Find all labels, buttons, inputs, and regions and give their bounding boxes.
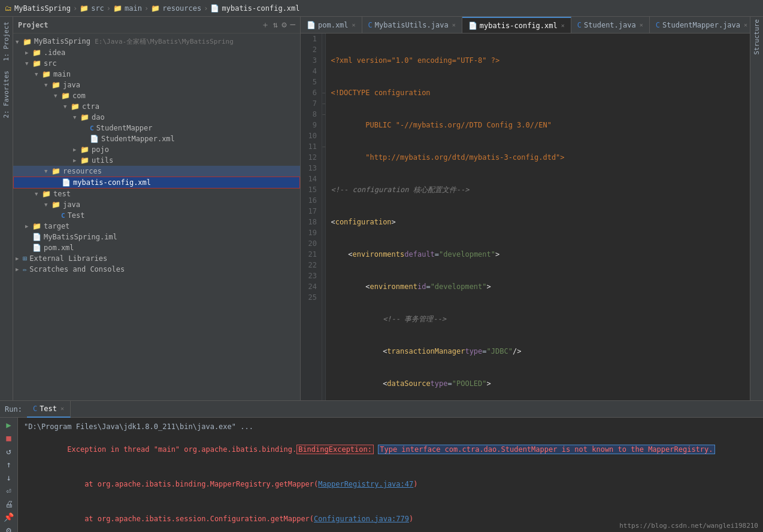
stack-link-1[interactable]: MapperRegistry.java:47 <box>318 480 413 488</box>
tree-arrow-scratches[interactable]: ▶ <box>16 266 23 272</box>
bottom-panel: Run: C Test ✕ ▶ ■ ↺ ↑ ↓ ⏎ 🖨 📌 ⚙ 🗑 <box>0 400 763 532</box>
tree-arrow-pojo[interactable]: ▶ <box>73 147 80 153</box>
file-tree: ▼ 📁 MyBatisSpring E:\Java-全家桶\MyBatis\My… <box>13 34 300 400</box>
gear-icon[interactable]: ⚙ <box>281 20 286 31</box>
tree-item-test-class[interactable]: C Test <box>13 210 300 221</box>
tree-label-idea: .idea <box>44 48 65 57</box>
settings-button[interactable]: ⚙ <box>2 525 16 532</box>
tree-item-idea[interactable]: ▶ 📁 .idea <box>13 47 300 58</box>
side-tab-project[interactable]: 1: Project <box>1 17 12 66</box>
soft-wrap-button[interactable]: ⏎ <box>2 486 16 495</box>
tab-label-utils: MybatisUtils.java <box>375 21 449 29</box>
folder-icon-resources: 📁 <box>52 167 60 175</box>
add-icon[interactable]: ＋ <box>261 20 270 31</box>
tab-student[interactable]: C Student.java ✕ <box>571 17 650 34</box>
tree-item-java[interactable]: ▼ 📁 java <box>13 80 300 90</box>
stop-button[interactable]: ■ <box>2 433 16 443</box>
tree-item-pojo[interactable]: ▶ 📁 pojo <box>13 144 300 155</box>
breadcrumb-part-3[interactable]: main <box>125 4 142 13</box>
test-icon: C <box>33 405 37 413</box>
tree-arrow-target[interactable]: ▶ <box>25 223 32 229</box>
tree-item-ctra[interactable]: ▼ 📁 ctra <box>13 101 300 112</box>
tree-item-dao[interactable]: ▼ 📁 dao <box>13 112 300 123</box>
tree-arrow-java[interactable]: ▼ <box>44 82 52 88</box>
code-editor[interactable]: 1 2 3 4 5 6 7 8 9 10 11 12 13 14 15 16 1 <box>301 34 750 400</box>
rerun-button[interactable]: ↺ <box>2 446 16 456</box>
run-button[interactable]: ▶ <box>2 420 16 430</box>
tree-item-test-java[interactable]: ▼ 📁 java <box>13 199 300 210</box>
tree-item-target[interactable]: ▶ 📁 target <box>13 221 300 232</box>
tree-item-root[interactable]: ▼ 📁 MyBatisSpring E:\Java-全家桶\MyBatis\My… <box>13 36 300 47</box>
tree-arrow-ext[interactable]: ▶ <box>16 256 23 262</box>
tree-item-external-libs[interactable]: ▶ ⊞ External Libraries <box>13 253 300 264</box>
tree-item-test[interactable]: ▼ 📁 test <box>13 189 300 199</box>
sync-icon[interactable]: ⇅ <box>273 20 278 31</box>
line-num-5: 5 <box>303 77 317 87</box>
tree-item-mybatis-config[interactable]: 📄 mybatis-config.xml <box>13 177 300 189</box>
tree-arrow-main[interactable]: ▼ <box>35 71 42 77</box>
tree-label-studentmapper-xml: StudentMapper.xml <box>101 135 175 143</box>
tree-item-iml[interactable]: 📄 MyBatisSpring.iml <box>13 232 300 242</box>
fold-11[interactable]: − <box>322 141 325 152</box>
print-button[interactable]: 🖨 <box>2 499 16 509</box>
scroll-up-button[interactable]: ↑ <box>2 460 16 469</box>
fold-8[interactable]: − <box>322 109 325 120</box>
line-num-16: 16 <box>303 195 317 206</box>
tab-studentmapper[interactable]: C StudentMapper.java ✕ <box>650 17 750 34</box>
tree-item-scratches[interactable]: ▶ ✏ Scratches and Consoles <box>13 264 300 275</box>
side-tab-favorites[interactable]: 2: Favorites <box>1 66 12 123</box>
folder-icon-com: 📁 <box>61 92 70 100</box>
binding-exception-highlight: BindingException: <box>296 445 374 454</box>
fold-6[interactable]: − <box>322 87 325 98</box>
tab-mybatis-config[interactable]: 📄 mybatis-config.xml ✕ <box>462 17 571 34</box>
tree-item-src[interactable]: ▼ 📁 src <box>13 58 300 69</box>
stack-link-2[interactable]: Configuration.java:779 <box>314 515 409 523</box>
tab-close-student[interactable]: ✕ <box>640 22 643 28</box>
tree-arrow-src[interactable]: ▼ <box>25 60 32 66</box>
fold-13 <box>322 163 325 174</box>
breadcrumb-part-1[interactable]: MyBatisSpring <box>14 4 71 13</box>
breadcrumb-part-4[interactable]: resources <box>162 4 201 13</box>
structure-panel: Structure <box>750 17 763 400</box>
structure-label[interactable]: Structure <box>753 19 761 55</box>
tree-arrow-resources[interactable]: ▼ <box>44 168 52 174</box>
code-line-7: <environments default="development"> <box>331 249 750 260</box>
pom-icon: 📄 <box>32 244 41 252</box>
tab-close-utils[interactable]: ✕ <box>452 22 456 28</box>
minimize-icon[interactable]: ─ <box>290 20 295 31</box>
fold-18 <box>322 217 325 227</box>
tree-item-utils[interactable]: ▶ 📁 utils <box>13 155 300 166</box>
console-output[interactable]: "D:\Program Files\Java\jdk1.8.0_211\bin\… <box>18 418 763 532</box>
tree-item-pom[interactable]: 📄 pom.xml <box>13 242 300 253</box>
tree-arrow-test-java[interactable]: ▼ <box>44 202 52 208</box>
tree-arrow-test[interactable]: ▼ <box>35 191 42 197</box>
tree-arrow-utils[interactable]: ▶ <box>73 157 80 163</box>
tree-arrow-idea[interactable]: ▶ <box>25 50 32 56</box>
line-num-25: 25 <box>303 292 317 303</box>
tree-item-main[interactable]: ▼ 📁 main <box>13 69 300 80</box>
tree-item-com[interactable]: ▼ 📁 com <box>13 90 300 101</box>
tree-item-resources[interactable]: ▼ 📁 resources <box>13 166 300 177</box>
console-toolbar: ▶ ■ ↺ ↑ ↓ ⏎ 🖨 📌 ⚙ 🗑 <box>0 418 18 532</box>
scroll-down-button[interactable]: ↓ <box>2 473 16 482</box>
tab-close-sm[interactable]: ✕ <box>744 22 747 28</box>
bottom-tab-close[interactable]: ✕ <box>60 405 64 412</box>
tab-close-config[interactable]: ✕ <box>561 22 565 29</box>
breadcrumb-part-5[interactable]: mybatis-config.xml <box>222 4 299 13</box>
tree-item-studentmapper-java[interactable]: C StudentMapper <box>13 123 300 133</box>
tab-pom-xml[interactable]: 📄 pom.xml ✕ <box>301 17 362 34</box>
tab-close-pom[interactable]: ✕ <box>352 22 356 28</box>
bottom-tab-test[interactable]: C Test ✕ <box>27 401 71 418</box>
tree-arrow-root[interactable]: ▼ <box>16 39 23 45</box>
code-content[interactable]: <?xml version="1.0" encoding="UTF-8" ?> … <box>326 34 750 400</box>
tree-item-studentmapper-xml[interactable]: 📄 StudentMapper.xml <box>13 133 300 144</box>
tree-arrow-dao[interactable]: ▼ <box>73 114 80 120</box>
tree-arrow-ctra[interactable]: ▼ <box>63 104 71 110</box>
code-line-10: <transactionManager type="JDBC"/> <box>331 346 750 357</box>
folder-icon-test-java: 📁 <box>52 200 60 209</box>
tree-arrow-com[interactable]: ▼ <box>54 93 61 99</box>
pin-button[interactable]: 📌 <box>2 512 16 522</box>
fold-7[interactable]: − <box>322 98 325 109</box>
tab-mybatisutils[interactable]: C MybatisUtils.java ✕ <box>362 17 462 34</box>
breadcrumb-part-2[interactable]: src <box>91 4 104 13</box>
